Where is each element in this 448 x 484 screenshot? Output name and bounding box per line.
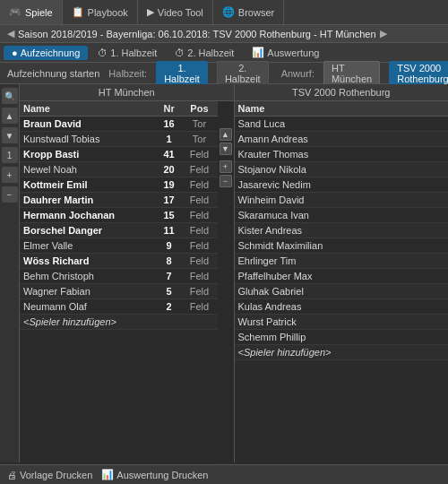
player-nr-cell: 41 [157, 147, 182, 162]
table-row[interactable]: Schemm Phillip [235, 330, 449, 345]
player-nr-cell: 15 [157, 208, 182, 223]
number-icon[interactable]: 1 [2, 147, 18, 163]
player-name-cell: <Spieler hinzufügen> [20, 315, 157, 330]
hz1-btn[interactable]: 1. Halbzeit [156, 61, 208, 86]
scroll-up-btn[interactable]: ▲ [220, 128, 232, 141]
subtab-halbzeit1-label: 1. Halbzeit [110, 48, 157, 58]
table-row[interactable]: Krauter Thomas [235, 147, 449, 162]
table-row[interactable]: Wöss Richard8Feld [20, 254, 218, 269]
table-row[interactable]: Kottmeir Emil19Feld [20, 177, 218, 193]
table-row[interactable]: Borschel Danger11Feld [20, 223, 218, 238]
team-ht-tag[interactable]: HT München [323, 61, 380, 86]
team-header-right: TSV 2000 Rothenburg [235, 84, 449, 101]
table-row[interactable]: Sand Luca [235, 117, 449, 132]
halbzeit1-icon: ⏱ [98, 48, 108, 58]
season-arrow-left[interactable]: ◀ [7, 28, 14, 39]
subtab-halbzeit2[interactable]: ⏱ 2. Halbzeit [167, 46, 242, 60]
table-row[interactable]: Ehrlinger Tim [235, 254, 449, 269]
player-pos-cell: Feld [181, 177, 217, 193]
auswertung-drucken-label: Auswertung Drucken [116, 470, 208, 480]
table-row[interactable]: Gluhak Gabriel [235, 284, 449, 299]
nav-tab-browser[interactable]: 🌐 Browser [213, 0, 284, 24]
player-nr-cell: 2 [157, 299, 182, 315]
down-icon[interactable]: ▼ [2, 127, 18, 143]
table-row[interactable]: Neumann Olaf2Feld [20, 299, 218, 315]
playbook-icon: 📋 [72, 6, 84, 18]
player-pos-cell: Tor [181, 132, 217, 147]
table-row[interactable]: Skaramuca Ivan [235, 208, 449, 223]
player-nr-cell: 7 [157, 269, 182, 284]
auswertung-icon: 📊 [252, 47, 264, 58]
col-nr-left: Nr [157, 101, 182, 117]
scroll-minus-btn[interactable]: − [220, 175, 232, 187]
table-row[interactable]: Wagner Fabian5Feld [20, 284, 218, 299]
up-icon[interactable]: ▲ [2, 108, 18, 124]
player-nr-cell: 16 [157, 117, 182, 132]
player-name-cell: Braun David [20, 117, 157, 132]
hz2-btn[interactable]: 2. Halbzeit [217, 61, 269, 86]
player-name-cell: Kister Andreas [235, 223, 449, 238]
player-pos-cell: Tor [181, 117, 217, 132]
player-nr-cell: 1 [157, 132, 182, 147]
nav-tab-spiele[interactable]: 🎮 Spiele [0, 0, 63, 24]
player-name-cell: Kunstwadl Tobias [20, 132, 157, 147]
player-pos-cell: Feld [181, 254, 217, 269]
add-icon[interactable]: + [2, 167, 18, 183]
search-icon[interactable]: 🔍 [2, 88, 18, 104]
table-row[interactable]: Behm Christoph7Feld [20, 269, 218, 284]
team-panel-left: HT München Name Nr Pos Braun David16TorK… [20, 84, 235, 462]
record-icon: ● [12, 48, 18, 58]
table-row[interactable]: Schmidt Maximilian [235, 238, 449, 254]
table-row[interactable]: Newel Noah20Feld [20, 162, 218, 177]
player-table-left: Name Nr Pos Braun David16TorKunstwadl To… [20, 101, 218, 330]
team-header-left: HT München [20, 84, 234, 101]
subtab-aufzeichnung[interactable]: ● Aufzeichnung [4, 46, 88, 60]
minus-icon[interactable]: − [2, 186, 18, 203]
player-name-cell: Ehrlinger Tim [235, 254, 449, 269]
table-row[interactable]: Jasarevic Nedim [235, 177, 449, 193]
player-name-cell: Krauter Thomas [235, 147, 449, 162]
player-pos-cell: Feld [181, 208, 217, 223]
player-name-cell: Winheim David [235, 193, 449, 208]
vorlage-drucken-btn[interactable]: 🖨 Vorlage Drucken [7, 470, 92, 480]
nav-tab-browser-label: Browser [238, 7, 274, 18]
player-name-cell: Elmer Valle [20, 238, 157, 254]
start-recording-btn[interactable]: Aufzeichnung starten [7, 68, 99, 79]
table-row[interactable]: <Spieler hinzufügen> [20, 315, 218, 330]
table-row[interactable]: Kulas Andreas [235, 299, 449, 315]
subtab-halbzeit1[interactable]: ⏱ 1. Halbzeit [90, 46, 165, 60]
player-pos-cell: Feld [181, 238, 217, 254]
table-row[interactable]: Kropp Basti41Feld [20, 147, 218, 162]
table-row[interactable]: Dauhrer Martin17Feld [20, 193, 218, 208]
player-name-cell: Jasarevic Nedim [235, 177, 449, 193]
player-name-cell: Wöss Richard [20, 254, 157, 269]
scroll-plus-btn[interactable]: + [220, 160, 232, 173]
player-nr-cell: 5 [157, 284, 182, 299]
table-row[interactable]: Wurst Patrick [235, 315, 449, 330]
player-name-cell: Borschel Danger [20, 223, 157, 238]
player-pos-cell: Feld [181, 162, 217, 177]
scroll-down-btn[interactable]: ▼ [220, 143, 232, 155]
nav-tab-video[interactable]: ▶ Video Tool [138, 0, 213, 24]
subtab-halbzeit2-label: 2. Halbzeit [187, 48, 234, 58]
table-row[interactable]: Hermann Jochanan15Feld [20, 208, 218, 223]
table-row[interactable]: Elmer Valle9Feld [20, 238, 218, 254]
nav-tab-playbook[interactable]: 📋 Playbook [63, 0, 138, 24]
col-pos-left: Pos [181, 101, 217, 117]
main-content: 🔍 ▲ ▼ 1 + − HT München Name Nr Pos [0, 84, 448, 462]
team-tsv-tag[interactable]: TSV 2000 Rothenburg [389, 61, 448, 86]
season-arrow-right[interactable]: ▶ [380, 28, 387, 39]
table-row[interactable]: Winheim David [235, 193, 449, 208]
table-row[interactable]: Braun David16Tor [20, 117, 218, 132]
player-name-cell: Skaramuca Ivan [235, 208, 449, 223]
player-name-cell: Kottmeir Emil [20, 177, 157, 193]
table-row[interactable]: Pfaffelhuber Max [235, 269, 449, 284]
table-row[interactable]: Kister Andreas [235, 223, 449, 238]
table-row[interactable]: Stojanov Nikola [235, 162, 449, 177]
subtab-aufzeichnung-label: Aufzeichnung [21, 48, 81, 58]
table-row[interactable]: <Spieler hinzufügen> [235, 345, 449, 360]
auswertung-drucken-btn[interactable]: 📊 Auswertung Drucken [101, 469, 208, 480]
table-row[interactable]: Amann Andreas [235, 132, 449, 147]
table-row[interactable]: Kunstwadl Tobias1Tor [20, 132, 218, 147]
subtab-auswertung[interactable]: 📊 Auswertung [244, 45, 327, 60]
